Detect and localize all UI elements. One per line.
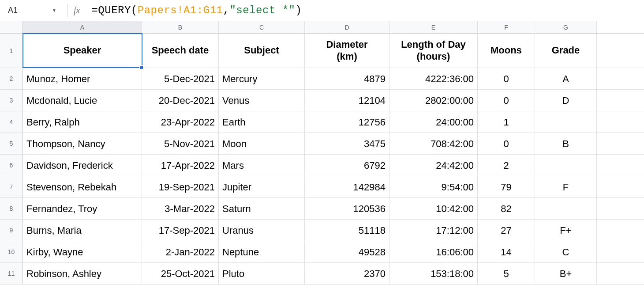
cell-F9[interactable]: 27 (478, 220, 535, 241)
cell-D5[interactable]: 3475 (305, 133, 389, 155)
cell-C3[interactable]: Venus (219, 90, 305, 111)
row-head-2[interactable]: 2 (0, 68, 23, 89)
cell-C7[interactable]: Jupiter (219, 176, 305, 198)
cell-G2[interactable]: A (535, 68, 597, 90)
col-head-G[interactable]: G (535, 21, 597, 33)
cell-G3[interactable]: D (535, 90, 597, 111)
select-all-corner[interactable] (0, 21, 23, 33)
cell-D8[interactable]: 120536 (305, 198, 389, 220)
cell-G6[interactable] (535, 155, 597, 176)
cell-G1[interactable]: Grade (535, 34, 597, 68)
cell-A6[interactable]: Davidson, Frederick (23, 155, 142, 176)
cell-B4[interactable]: 23-Apr-2022 (142, 111, 219, 133)
cell-F4[interactable]: 1 (478, 111, 535, 133)
cell-E1[interactable]: Length of Day (hours) (389, 34, 478, 68)
cell-A11[interactable]: Robinson, Ashley (23, 263, 142, 285)
cell-B2[interactable]: 5-Dec-2021 (142, 68, 219, 90)
cell-A5[interactable]: Thompson, Nancy (23, 133, 142, 155)
cell-E5[interactable]: 708:42:00 (389, 133, 478, 155)
col-head-B[interactable]: B (142, 21, 219, 33)
cell-G7[interactable]: F (535, 176, 597, 198)
cell-C5[interactable]: Moon (219, 133, 305, 155)
cell-A4[interactable]: Berry, Ralph (23, 111, 142, 133)
row-head-1[interactable]: 1 (0, 34, 23, 68)
cell-E8[interactable]: 10:42:00 (389, 198, 478, 220)
cell-D6[interactable]: 6792 (305, 155, 389, 176)
cell-G11[interactable]: B+ (535, 263, 597, 285)
cell-E4[interactable]: 24:00:00 (389, 111, 478, 133)
cell-A8[interactable]: Fernandez, Troy (23, 198, 142, 220)
row-head-7[interactable]: 7 (0, 176, 23, 197)
cell-D3[interactable]: 12104 (305, 90, 389, 111)
cell-C11[interactable]: Pluto (219, 263, 305, 285)
row-head-11[interactable]: 11 (0, 263, 23, 284)
cell-G5[interactable]: B (535, 133, 597, 155)
cell-A2[interactable]: Munoz, Homer (23, 68, 142, 90)
cell-C9[interactable]: Uranus (219, 220, 305, 241)
cell-F5[interactable]: 0 (478, 133, 535, 155)
cell-B6[interactable]: 17-Apr-2022 (142, 155, 219, 176)
cell-F6[interactable]: 2 (478, 155, 535, 176)
cell-F7[interactable]: 79 (478, 176, 535, 198)
cell-B8[interactable]: 3-Mar-2022 (142, 198, 219, 220)
formula-ref: Papers!A1:G11 (138, 4, 223, 16)
row-head-10[interactable]: 10 (0, 241, 23, 262)
cell-C4[interactable]: Earth (219, 111, 305, 133)
cell-E2[interactable]: 4222:36:00 (389, 68, 478, 90)
cell-B3[interactable]: 20-Dec-2021 (142, 90, 219, 111)
cell-B1[interactable]: Speech date (142, 34, 219, 68)
cell-B7[interactable]: 19-Sep-2021 (142, 176, 219, 198)
cell-A1-selected[interactable]: Speaker (23, 34, 142, 68)
name-box[interactable]: A1 ▼ (4, 4, 61, 17)
formula-input[interactable]: = QUERY ( Papers!A1:G11 , "select *" ) (91, 4, 302, 16)
cell-E3[interactable]: 2802:00:00 (389, 90, 478, 111)
cell-D10[interactable]: 49528 (305, 241, 389, 263)
cell-A3[interactable]: Mcdonald, Lucie (23, 90, 142, 111)
cell-F11[interactable]: 5 (478, 263, 535, 285)
cell-E10[interactable]: 16:06:00 (389, 241, 478, 263)
cell-D7[interactable]: 142984 (305, 176, 389, 198)
cell-C6[interactable]: Mars (219, 155, 305, 176)
col-head-F[interactable]: F (478, 21, 535, 33)
cell-F10[interactable]: 14 (478, 241, 535, 263)
cell-F8[interactable]: 82 (478, 198, 535, 220)
col-head-D[interactable]: D (305, 21, 389, 33)
col-head-C[interactable]: C (219, 21, 305, 33)
cell-C2[interactable]: Mercury (219, 68, 305, 90)
cell-F3[interactable]: 0 (478, 90, 535, 111)
row-head-5[interactable]: 5 (0, 133, 23, 154)
cell-F1[interactable]: Moons (478, 34, 535, 68)
cell-E7[interactable]: 9:54:00 (389, 176, 478, 198)
cell-A7[interactable]: Stevenson, Rebekah (23, 176, 142, 198)
row-head-6[interactable]: 6 (0, 155, 23, 176)
cell-B9[interactable]: 17-Sep-2021 (142, 220, 219, 241)
cell-A9[interactable]: Burns, Maria (23, 220, 142, 241)
table-row: 6Davidson, Frederick17-Apr-2022Mars67922… (0, 155, 644, 176)
row-head-9[interactable]: 9 (0, 220, 23, 241)
cell-G8[interactable] (535, 198, 597, 220)
cell-D1[interactable]: Diameter (km) (305, 34, 389, 68)
cell-B11[interactable]: 25-Oct-2021 (142, 263, 219, 285)
row-head-8[interactable]: 8 (0, 198, 23, 219)
col-head-A[interactable]: A (23, 21, 142, 33)
cell-D4[interactable]: 12756 (305, 111, 389, 133)
cell-B5[interactable]: 5-Nov-2021 (142, 133, 219, 155)
cell-D9[interactable]: 51118 (305, 220, 389, 241)
cell-E9[interactable]: 17:12:00 (389, 220, 478, 241)
cell-D11[interactable]: 2370 (305, 263, 389, 285)
cell-B10[interactable]: 2-Jan-2022 (142, 241, 219, 263)
cell-G10[interactable]: C (535, 241, 597, 263)
row-head-4[interactable]: 4 (0, 111, 23, 133)
cell-E6[interactable]: 24:42:00 (389, 155, 478, 176)
cell-C10[interactable]: Neptune (219, 241, 305, 263)
cell-E11[interactable]: 153:18:00 (389, 263, 478, 285)
cell-A10[interactable]: Kirby, Wayne (23, 241, 142, 263)
cell-G4[interactable] (535, 111, 597, 133)
cell-G9[interactable]: F+ (535, 220, 597, 241)
cell-C8[interactable]: Saturn (219, 198, 305, 220)
cell-C1[interactable]: Subject (219, 34, 305, 68)
row-head-3[interactable]: 3 (0, 90, 23, 111)
cell-D2[interactable]: 4879 (305, 68, 389, 90)
col-head-E[interactable]: E (389, 21, 478, 33)
cell-F2[interactable]: 0 (478, 68, 535, 90)
